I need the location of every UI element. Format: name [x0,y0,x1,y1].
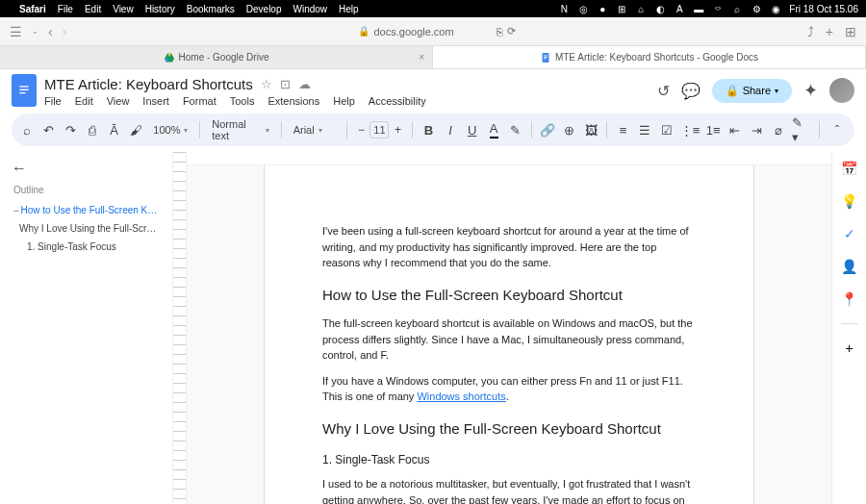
menubar-app[interactable]: Safari [19,4,46,14]
bold-icon[interactable]: B [420,120,437,139]
document-page[interactable]: I've been using a full-screen keyboard s… [264,165,754,504]
control-center-icon[interactable]: ⚙ [751,3,762,14]
menubar-file[interactable]: File [58,4,73,14]
align-icon[interactable]: ≡ [615,120,631,139]
status-icon[interactable]: ◐ [654,3,666,14]
sidebar-toggle-icon[interactable]: ☰ [10,24,22,39]
reload-icon[interactable]: ⟳ [507,25,516,38]
heading-1[interactable]: Why I Love Using the Full-Screen Keyboar… [322,418,696,441]
outline-back-icon[interactable]: ← [8,160,165,177]
menu-edit[interactable]: Edit [75,95,93,107]
menubar-clock[interactable]: Fri 18 Oct 15.06 [789,4,858,14]
tasks-icon[interactable]: ✓ [841,225,858,242]
checklist-icon[interactable]: ☑ [658,120,675,139]
clear-format-icon[interactable]: ⌀ [771,120,787,139]
heading-2[interactable]: 1. Single-Task Focus [322,451,696,468]
menubar-window[interactable]: Window [293,4,328,14]
document-title[interactable]: MTE Article: Keyboard Shortcuts [44,76,253,92]
tab-close-icon[interactable]: × [419,52,424,63]
document-area[interactable]: I've been using a full-screen keyboard s… [187,152,831,504]
undo-icon[interactable]: ↶ [41,120,58,139]
status-icon[interactable]: A [674,3,685,14]
contacts-icon[interactable]: 👤 [841,258,858,275]
status-icon[interactable]: N [558,3,570,14]
paint-format-icon[interactable]: 🖌 [128,120,144,139]
font-size-decrease[interactable]: − [354,121,368,139]
menu-tools[interactable]: Tools [230,95,255,107]
menubar-view[interactable]: View [113,4,134,14]
body-paragraph[interactable]: The full-screen keyboard shortcut is ava… [322,315,696,364]
calendar-icon[interactable]: 📅 [841,160,858,177]
share-icon[interactable]: ⤴ [807,24,814,39]
menubar-history[interactable]: History [145,4,175,14]
zoom-select[interactable]: 100%▾ [149,124,191,136]
star-icon[interactable]: ☆ [261,77,272,91]
history-icon[interactable]: ↺ [657,82,670,100]
redo-icon[interactable]: ↷ [63,120,79,139]
menu-extensions[interactable]: Extensions [267,95,319,107]
print-icon[interactable]: ⎙ [85,120,101,139]
image-icon[interactable]: 🖼 [583,120,599,139]
bullet-list-icon[interactable]: ⋮≡ [680,120,700,139]
underline-icon[interactable]: U [464,120,480,139]
font-size-increase[interactable]: + [391,121,404,139]
indent-increase-icon[interactable]: ⇥ [749,120,765,139]
comments-icon[interactable]: 💬 [681,82,700,100]
comment-icon[interactable]: ⊕ [561,120,577,139]
docs-logo-icon[interactable] [12,74,37,107]
status-icon[interactable]: ⊞ [616,3,627,14]
back-button[interactable]: ‹ [48,24,53,39]
link-icon[interactable]: 🔗 [540,120,556,139]
menubar-edit[interactable]: Edit [85,4,101,14]
body-paragraph[interactable]: If you have a Windows computer, you can … [322,373,696,405]
outline-item[interactable]: 1. Single-Task Focus [8,238,165,256]
search-icon[interactable]: ⌕ [731,3,743,14]
add-addon-icon[interactable]: + [841,340,858,357]
dropdown-icon[interactable]: ⌄ [32,27,38,36]
translate-icon[interactable]: ⎘ [497,26,503,38]
status-icon[interactable]: ◎ [577,3,589,14]
spellcheck-icon[interactable]: Ā [106,120,122,139]
gemini-star-icon[interactable]: ✦ [803,80,818,101]
share-button[interactable]: 🔒 Share ▾ [712,79,792,103]
user-avatar[interactable] [829,78,854,103]
cloud-status-icon[interactable]: ☁ [298,77,311,91]
font-size-input[interactable]: 11 [369,121,389,139]
indent-decrease-icon[interactable]: ⇤ [727,120,744,139]
line-spacing-icon[interactable]: ☰ [637,120,653,139]
menubar-help[interactable]: Help [339,4,359,14]
highlight-icon[interactable]: ✎ [507,120,523,139]
heading-1[interactable]: How to Use the Full-Screen Keyboard Shor… [322,285,696,307]
link-windows-shortcuts[interactable]: Windows shortcuts [417,391,505,402]
tabs-overview-icon[interactable]: ⊞ [845,24,856,39]
text-color-icon[interactable]: A [486,120,502,139]
search-menus-icon[interactable]: ⌕ [19,120,36,139]
menu-accessibility[interactable]: Accessibility [369,95,426,107]
italic-icon[interactable]: I [443,120,459,139]
menu-format[interactable]: Format [183,95,216,107]
menubar-bookmarks[interactable]: Bookmarks [187,4,235,14]
siri-icon[interactable]: ◉ [770,3,781,14]
font-select[interactable]: Arial▾ [290,124,339,136]
body-paragraph[interactable]: I used to be a notorious multitasker, bu… [322,476,696,504]
forward-button[interactable]: › [63,24,67,39]
style-select[interactable]: Normal text▾ [208,118,273,141]
status-icon[interactable]: ● [597,3,608,14]
wifi-icon[interactable]: ⌔ [712,3,724,14]
new-tab-icon[interactable]: + [826,24,833,39]
status-icon[interactable]: ⌂ [635,3,647,14]
move-icon[interactable]: ⊡ [280,77,291,91]
menu-insert[interactable]: Insert [142,95,169,107]
collapse-toolbar-icon[interactable]: ˆ [828,120,847,139]
menu-help[interactable]: Help [333,95,355,107]
menu-view[interactable]: View [107,95,130,107]
keep-icon[interactable]: 💡 [841,192,858,210]
battery-icon[interactable]: ▬ [693,3,704,14]
numbered-list-icon[interactable]: 1≡ [705,120,722,139]
maps-icon[interactable]: 📍 [841,290,858,308]
body-paragraph[interactable]: I've been using a full-screen keyboard s… [322,223,696,271]
tab-drive[interactable]: Home - Google Drive × [0,46,433,68]
outline-item[interactable]: Why I Love Using the Full-Screen… [8,219,165,238]
menu-file[interactable]: File [44,95,62,107]
menubar-develop[interactable]: Develop [246,4,282,14]
